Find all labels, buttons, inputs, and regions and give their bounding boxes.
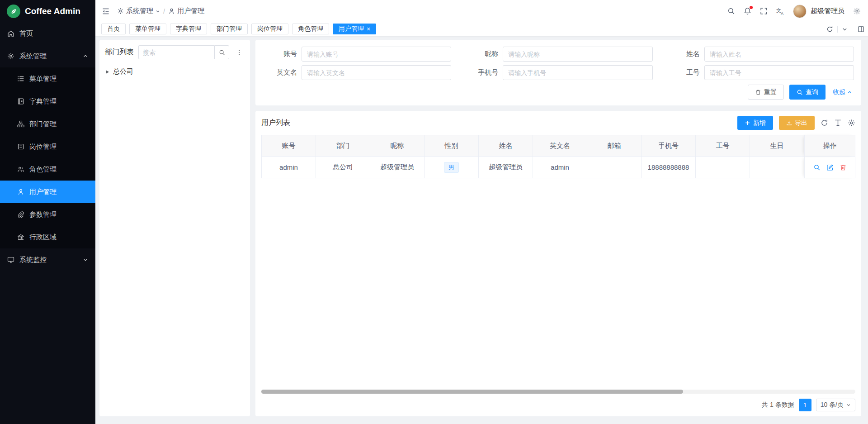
form-item-english-name: 英文名 — [263, 65, 451, 80]
field-label: 英文名 — [263, 68, 302, 77]
divider — [837, 26, 838, 33]
nickname-input[interactable] — [503, 47, 652, 62]
search-icon — [797, 89, 803, 95]
search-icon[interactable] — [727, 7, 735, 15]
coffee-leaf-icon — [7, 5, 20, 18]
content-fullscreen-icon[interactable] — [858, 26, 864, 33]
column-width-icon[interactable] — [834, 119, 842, 127]
fullscreen-icon[interactable] — [760, 7, 768, 15]
export-button[interactable]: 导出 — [779, 116, 815, 130]
tab-position-management[interactable]: 岗位管理 — [251, 24, 288, 34]
account-input[interactable] — [302, 47, 451, 62]
page-button-1[interactable]: 1 — [799, 399, 811, 411]
collapse-link[interactable]: 收起 — [831, 88, 854, 96]
notification-bell-icon[interactable] — [744, 7, 751, 15]
reset-button[interactable]: 重置 — [748, 85, 784, 100]
english-name-input[interactable] — [302, 65, 451, 80]
sidebar-item-label: 系统监控 — [19, 256, 47, 264]
download-icon — [786, 120, 792, 126]
tab-home[interactable]: 首页 — [101, 24, 126, 34]
app-root: Coffee Admin 首页 系统管理 菜单管理 — [0, 0, 868, 424]
field-label: 姓名 — [665, 50, 704, 58]
app-logo[interactable]: Coffee Admin — [0, 0, 95, 22]
department-panel: 部门列表 总公司 — [99, 40, 250, 416]
sidebar-item-system-management[interactable]: 系统管理 — [0, 45, 95, 67]
avatar — [793, 5, 807, 18]
table-toolbar: 新增 导出 — [737, 116, 855, 130]
department-panel-title: 部门列表 — [105, 48, 134, 57]
cell-account: admin — [261, 157, 316, 178]
close-icon[interactable] — [367, 26, 370, 32]
edit-icon[interactable] — [826, 164, 834, 171]
cell-phone: 18888888888 — [642, 157, 696, 178]
sidebar-item-label: 字典管理 — [29, 97, 57, 106]
cell-english-name: admin — [533, 157, 587, 178]
sidebar-menu: 首页 系统管理 菜单管理 字典管理 — [0, 22, 95, 424]
tree-node-label: 总公司 — [113, 67, 133, 76]
chevron-up-icon — [847, 90, 852, 95]
table-refresh-icon[interactable] — [821, 119, 828, 127]
tab-user-management[interactable]: 用户管理 — [333, 24, 376, 34]
user-list-card: 用户列表 新增 导出 — [255, 111, 861, 416]
user-list-title: 用户列表 — [261, 118, 290, 128]
breadcrumb-system-management[interactable]: 系统管理 — [117, 7, 160, 15]
form-item-job-number: 工号 — [665, 65, 854, 80]
sidebar-item-label: 系统管理 — [19, 52, 47, 61]
sidebar-item-system-monitor[interactable]: 系统监控 — [0, 248, 95, 271]
table-settings-gear-icon[interactable] — [848, 119, 855, 127]
sidebar-item-menu-management[interactable]: 菜单管理 — [0, 67, 95, 90]
tabbar-controls — [826, 26, 864, 33]
tab-label: 菜单管理 — [135, 25, 160, 33]
view-magnifier-icon[interactable] — [813, 164, 821, 171]
department-search-button[interactable] — [214, 45, 229, 59]
name-input[interactable] — [704, 47, 854, 62]
refresh-icon[interactable] — [826, 26, 833, 33]
job-number-input[interactable] — [704, 65, 854, 80]
scrollbar-thumb[interactable] — [261, 390, 683, 394]
search-form: 账号 昵称 姓名 英文名 — [263, 47, 854, 80]
field-label: 昵称 — [464, 50, 503, 58]
header-cell-actions: 操作 — [804, 135, 855, 157]
tab-role-management[interactable]: 角色管理 — [292, 24, 329, 34]
settings-gear-icon[interactable] — [853, 7, 861, 15]
tree-node-head-office[interactable]: 总公司 — [105, 65, 245, 78]
gear-icon — [117, 8, 124, 14]
tab-label: 岗位管理 — [257, 25, 283, 33]
tab-actions-chevron-down-icon[interactable] — [842, 26, 848, 32]
user-name: 超级管理员 — [811, 7, 844, 15]
translate-icon[interactable]: 文A — [776, 7, 784, 15]
sidebar-item-label: 用户管理 — [29, 188, 57, 196]
tab-menu-management[interactable]: 菜单管理 — [129, 24, 166, 34]
cell-birthday — [750, 157, 804, 178]
menu-fold-icon[interactable] — [102, 7, 110, 15]
add-button[interactable]: 新增 — [737, 116, 773, 130]
svg-text:A: A — [781, 11, 783, 15]
phone-input[interactable] — [503, 65, 652, 80]
right-column: 账号 昵称 姓名 英文名 — [255, 40, 861, 416]
user-menu[interactable]: 超级管理员 — [793, 5, 844, 18]
plus-icon — [745, 120, 750, 126]
tab-dictionary-management[interactable]: 字典管理 — [170, 24, 207, 34]
department-search — [138, 45, 229, 59]
sidebar-item-dictionary-management[interactable]: 字典管理 — [0, 90, 95, 113]
roles-icon — [17, 166, 24, 173]
paperclip-icon — [17, 211, 24, 218]
sidebar-item-administrative-region[interactable]: 行政区域 — [0, 226, 95, 248]
cell-department: 总公司 — [316, 157, 370, 178]
sidebar-item-department-management[interactable]: 部门管理 — [0, 113, 95, 135]
tree-expand-caret-icon[interactable] — [106, 70, 109, 74]
sidebar-item-role-management[interactable]: 角色管理 — [0, 158, 95, 181]
query-button[interactable]: 查询 — [789, 85, 826, 100]
sidebar-item-position-management[interactable]: 岗位管理 — [0, 135, 95, 158]
page-size-select[interactable]: 10 条/页 — [816, 399, 855, 411]
more-vertical-icon[interactable] — [234, 45, 245, 59]
tab-department-management[interactable]: 部门管理 — [211, 24, 248, 34]
sidebar-item-parameter-management[interactable]: 参数管理 — [0, 203, 95, 226]
breadcrumb-user-management[interactable]: 用户管理 — [168, 7, 204, 15]
department-search-input[interactable] — [138, 45, 214, 59]
header-cell-phone: 手机号 — [642, 135, 696, 157]
delete-trash-icon[interactable] — [840, 164, 847, 171]
sidebar-item-user-management[interactable]: 用户管理 — [0, 181, 95, 203]
chevron-down-icon — [83, 257, 88, 262]
sidebar-item-home[interactable]: 首页 — [0, 22, 95, 45]
